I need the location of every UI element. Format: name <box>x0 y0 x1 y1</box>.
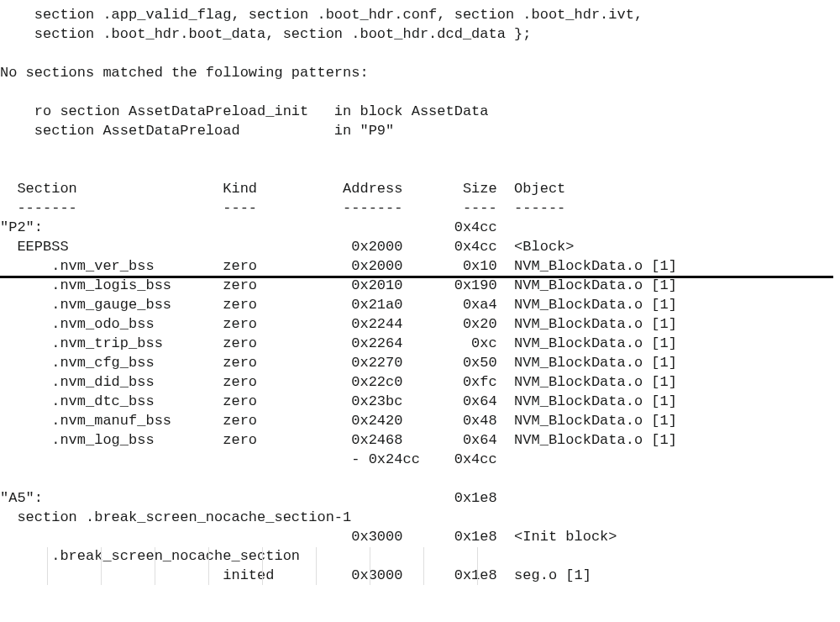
blank <box>0 140 840 160</box>
table-header-dashes: ------- ---- ------- ---- ------ <box>0 198 840 218</box>
linker-map-text: section .app_valid_flag, section .boot_h… <box>0 0 840 585</box>
config-line-1: section .boot_hdr.boot_data, section .bo… <box>0 24 840 44</box>
table-row: .nvm_trip_bss zero 0x2264 0xc NVM_BlockD… <box>0 334 840 353</box>
table-row: .nvm_logis_bss zero 0x2010 0x190 NVM_Blo… <box>0 276 840 295</box>
a5-row: 0x3000 0x1e8 <Init block> <box>0 527 840 546</box>
blank <box>0 44 840 63</box>
table-row: .nvm_odo_bss zero 0x2244 0x20 NVM_BlockD… <box>0 314 840 334</box>
a5-subheading: section .break_screen_nocache_section-1 <box>0 508 840 527</box>
a5-name: .break_screen_nocache_section <box>0 546 840 566</box>
table-row: .nvm_manuf_bss zero 0x2420 0x48 NVM_Bloc… <box>0 411 840 430</box>
a5-row: inited 0x3000 0x1e8 seg.o [1] <box>0 566 840 585</box>
table-row: .nvm_did_bss zero 0x22c0 0xfc NVM_BlockD… <box>0 372 840 392</box>
table-row: .nvm_cfg_bss zero 0x2270 0x50 NVM_BlockD… <box>0 353 840 372</box>
p2-trailer: - 0x24cc 0x4cc <box>0 450 840 469</box>
no-match-line-0: ro section AssetDataPreload_init in bloc… <box>0 102 840 121</box>
eepbss-line: EEPBSS 0x2000 0x4cc <Block> <box>0 237 840 256</box>
table-row: .nvm_ver_bss zero 0x2000 0x10 NVM_BlockD… <box>0 256 840 276</box>
table-header: Section Kind Address Size Object <box>0 179 840 198</box>
blank <box>0 469 840 488</box>
table-row: .nvm_dtc_bss zero 0x23bc 0x64 NVM_BlockD… <box>0 392 840 411</box>
blank <box>0 82 840 102</box>
table-row: .nvm_gauge_bss zero 0x21a0 0xa4 NVM_Bloc… <box>0 295 840 314</box>
config-line-0: section .app_valid_flag, section .boot_h… <box>0 5 840 24</box>
region-a5: "A5": 0x1e8 <box>0 488 840 508</box>
region-p2: "P2": 0x4cc <box>0 218 840 237</box>
no-match-line-1: section AssetDataPreload in "P9" <box>0 121 840 140</box>
blank <box>0 160 840 179</box>
table-row: .nvm_log_bss zero 0x2468 0x64 NVM_BlockD… <box>0 430 840 450</box>
no-match-heading: No sections matched the following patter… <box>0 63 840 82</box>
